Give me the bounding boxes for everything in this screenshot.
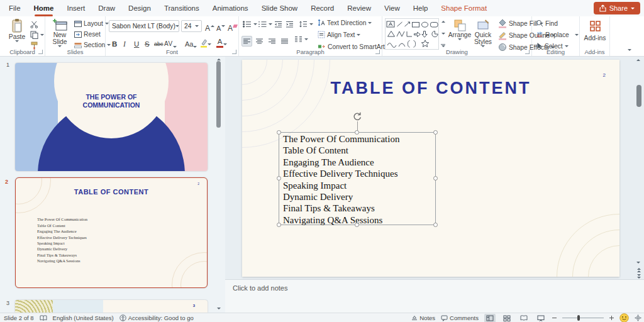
align-right-button[interactable] (267, 36, 277, 47)
columns-button[interactable] (294, 36, 308, 42)
addins-button[interactable]: Add-ins (584, 20, 606, 42)
menu-tab-shape-format[interactable]: Shape Format (441, 4, 487, 12)
toc-item[interactable]: Speaking Impact (279, 180, 435, 191)
align-text-button[interactable]: Align Text (318, 31, 360, 38)
drawing-dialog-launcher-icon[interactable] (525, 50, 530, 54)
menu-tab-home[interactable]: Home (34, 4, 54, 12)
toc-item[interactable]: Table Of Content (279, 145, 435, 156)
canvas-scroll-down-icon[interactable] (636, 262, 640, 264)
selection-handle[interactable] (277, 223, 281, 227)
slideshow-view-button[interactable] (535, 314, 547, 322)
share-button[interactable]: Share (594, 2, 640, 14)
slide-title[interactable]: TABLE OF CONTENT (242, 79, 619, 98)
menu-tab-help[interactable]: Help (413, 4, 428, 12)
zoom-in-button[interactable] (609, 316, 614, 320)
bold-button[interactable]: B (112, 36, 117, 48)
bullets-button[interactable] (243, 21, 257, 28)
clear-formatting-button[interactable]: A (228, 21, 237, 32)
text-direction-button[interactable]: Text Direction (318, 19, 372, 26)
selection-handle[interactable] (433, 130, 438, 135)
decrease-indent-button[interactable] (274, 21, 282, 28)
toc-item[interactable]: Final Tips & Takeaways (279, 203, 435, 214)
font-size-combobox[interactable]: 24 (181, 20, 202, 32)
clipboard-dialog-launcher-icon[interactable] (38, 50, 43, 54)
toc-item[interactable]: Effective Delivery Techniques (279, 168, 435, 179)
font-name-combobox[interactable]: Sabon Next LT (Body) (109, 20, 179, 32)
menu-tab-animations[interactable]: Animations (213, 4, 248, 12)
shapes-gallery-scroll[interactable] (440, 18, 447, 50)
slide-1-thumbnail[interactable]: THE POWER OF COMMUNICATION (15, 63, 208, 171)
numbering-button[interactable] (258, 21, 272, 28)
scroll-up-icon[interactable] (441, 21, 445, 23)
spell-check-icon[interactable] (40, 315, 47, 321)
line-spacing-button[interactable] (299, 21, 313, 28)
increase-indent-button[interactable] (286, 21, 294, 28)
thumbnails-scroll-up-icon[interactable] (217, 58, 221, 60)
slide-sorter-view-button[interactable] (501, 314, 513, 322)
gallery-more-icon[interactable] (441, 44, 445, 47)
menu-tab-view[interactable]: View (384, 4, 400, 12)
selection-handle[interactable] (277, 130, 281, 135)
normal-view-button[interactable] (484, 314, 496, 322)
highlight-color-button[interactable] (200, 36, 211, 48)
thumbnails-scrollbar-thumb[interactable] (216, 61, 221, 128)
smiley-face-icon[interactable] (619, 313, 629, 322)
next-slide-button[interactable] (637, 274, 641, 279)
language-indicator[interactable]: English (United States) (53, 314, 114, 321)
previous-slide-button[interactable] (637, 268, 641, 272)
fit-slide-to-window-button[interactable] (635, 314, 641, 321)
cut-button[interactable] (30, 20, 38, 28)
arrange-button[interactable]: Arrange (449, 19, 470, 40)
notes-toggle-button[interactable]: Notes (411, 314, 435, 321)
zoom-out-button[interactable] (552, 318, 557, 318)
canvas-scrollbar-thumb[interactable] (636, 85, 641, 107)
current-slide[interactable]: TABLE OF CONTENT 2 The Power Of Communic… (242, 60, 619, 277)
toc-textbox-selected[interactable]: The Power Of Communication Table Of Cont… (279, 132, 436, 225)
shrink-font-button[interactable]: A (216, 21, 225, 32)
menu-tab-review[interactable]: Review (347, 4, 371, 12)
slide-canvas[interactable]: TABLE OF CONTENT 2 The Power Of Communic… (225, 57, 644, 279)
menu-tab-draw[interactable]: Draw (98, 4, 115, 12)
reset-button[interactable]: Reset (74, 31, 101, 38)
align-left-button[interactable] (242, 36, 252, 47)
notes-pane[interactable]: Click to add notes (225, 279, 644, 313)
italic-button[interactable]: I (123, 36, 126, 48)
selection-handle[interactable] (355, 223, 359, 227)
font-color-button[interactable]: A (216, 36, 227, 48)
zoom-slider-thumb[interactable] (577, 315, 580, 321)
underline-button[interactable]: U (134, 36, 139, 48)
rotation-handle[interactable] (352, 111, 362, 121)
menu-tab-record[interactable]: Record (311, 4, 334, 12)
justify-button[interactable] (279, 36, 290, 47)
find-button[interactable]: Find (536, 19, 558, 27)
accessibility-status[interactable]: Accessibility: Good to go (119, 314, 194, 321)
selection-handle[interactable] (277, 176, 281, 180)
copy-button[interactable] (30, 31, 44, 39)
toc-item[interactable]: The Power Of Communication (279, 133, 435, 145)
paste-button[interactable]: Paste (5, 18, 29, 42)
grow-font-button[interactable]: A (205, 21, 214, 32)
slide-indicator[interactable]: Slide 2 of 8 (4, 314, 34, 321)
thumbnails-scroll-down-icon[interactable] (217, 308, 221, 309)
change-case-button[interactable]: Aa (185, 36, 197, 48)
selection-handle[interactable] (433, 223, 438, 227)
shapes-gallery[interactable] (385, 18, 439, 50)
character-spacing-button[interactable]: AV (164, 36, 177, 48)
selection-handle[interactable] (433, 176, 438, 180)
notes-placeholder[interactable]: Click to add notes (233, 284, 287, 292)
menu-tab-insert[interactable]: Insert (67, 4, 85, 12)
new-slide-button[interactable]: New Slide (48, 18, 72, 47)
canvas-scroll-up-icon[interactable] (636, 59, 640, 61)
font-dialog-launcher-icon[interactable] (232, 50, 236, 54)
slide-3-thumbnail[interactable]: 3 (15, 300, 208, 313)
menu-tab-transitions[interactable]: Transitions (164, 4, 199, 12)
strikethrough-button[interactable]: S (145, 36, 150, 48)
menu-tab-design[interactable]: Design (128, 4, 151, 12)
toc-item[interactable]: Engaging The Audience (279, 157, 435, 168)
menu-tab-slide-show[interactable]: Slide Show (262, 4, 298, 12)
replace-button[interactable]: Replace (536, 31, 579, 38)
align-center-button[interactable] (254, 36, 265, 47)
layout-button[interactable]: Layout (74, 20, 109, 27)
menu-tab-file[interactable]: File (9, 4, 21, 12)
comments-button[interactable]: Comments (441, 314, 479, 321)
